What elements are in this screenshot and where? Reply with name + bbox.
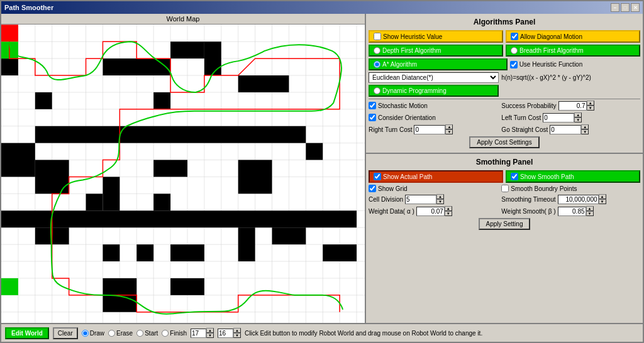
success-prob-spin-buttons: ▲ ▼ (587, 101, 594, 111)
cell-division-down[interactable]: ▼ (436, 199, 444, 204)
smooth-row-4: Weight Data( α ) ▲ ▼ Weight Smooth( β ) (369, 206, 640, 216)
maximize-button[interactable]: □ (621, 3, 630, 12)
use-heuristic-label: Use Heuristic Function (519, 61, 583, 68)
success-prob-down[interactable]: ▼ (587, 106, 594, 111)
allow-diagonal-checkbox[interactable] (511, 33, 518, 40)
apply-setting-button[interactable]: Apply Setting (479, 218, 531, 230)
allow-diagonal-button[interactable]: Allow Diagonal Motion (506, 30, 640, 43)
breadth-first-radio[interactable] (511, 47, 518, 54)
edit-world-button[interactable]: Edit World (5, 327, 49, 339)
smoothing-timeout-input[interactable] (558, 195, 599, 204)
smooth-boundary-checkbox[interactable] (501, 185, 509, 192)
world-map-canvas[interactable] (1, 24, 365, 323)
smooth-row-1: Show Actual Path Show Smooth Path (369, 170, 640, 183)
apply-cost-settings-button[interactable]: Apply Cost Settings (469, 136, 539, 148)
orientation-checkbox[interactable] (369, 114, 376, 121)
show-actual-path-button[interactable]: Show Actual Path (369, 170, 503, 183)
minimize-button[interactable]: − (611, 3, 619, 12)
svg-rect-60 (238, 227, 255, 261)
svg-rect-46 (35, 126, 306, 143)
left-turn-input[interactable] (543, 113, 574, 122)
show-smooth-path-checkbox[interactable] (511, 173, 518, 180)
stochastic-checkbox[interactable] (369, 102, 376, 109)
straight-cost-input[interactable] (550, 125, 581, 134)
show-heuristic-button[interactable]: Show Heuristic Value (369, 30, 503, 43)
bottom-input2-up[interactable]: ▲ (233, 328, 241, 333)
svg-rect-40 (103, 58, 170, 75)
world-map-svg (1, 24, 365, 323)
left-turn-container: Left Turn Cost ▲ ▼ (501, 112, 631, 122)
algorithms-panel: Algorithms Panel Show Heuristic Value Al… (366, 14, 643, 154)
dynamic-programming-button[interactable]: Dynamic Programming (369, 85, 499, 97)
finish-radio[interactable] (162, 330, 169, 337)
close-button[interactable]: ✕ (631, 3, 640, 12)
a-star-button[interactable]: A* Algorithm (369, 58, 508, 70)
bottom-input1[interactable] (191, 329, 206, 338)
depth-first-button[interactable]: Depth First Algorithm (369, 45, 503, 57)
straight-cost-down[interactable]: ▼ (581, 129, 589, 134)
start-label: Start (145, 330, 158, 337)
clear-button[interactable]: Clear (53, 327, 78, 339)
start-radio[interactable] (136, 330, 143, 337)
breadth-first-button[interactable]: Breadth First Algorithm (506, 45, 640, 57)
svg-rect-51 (306, 143, 323, 160)
straight-cost-label: Go Straight Cost (501, 126, 548, 133)
right-turn-down[interactable]: ▼ (445, 129, 453, 134)
smoothing-timeout-up[interactable]: ▲ (599, 194, 606, 199)
right-panel: Algorithms Panel Show Heuristic Value Al… (366, 14, 643, 323)
weight-smooth-up[interactable]: ▲ (586, 206, 594, 211)
a-star-label: A* Algorithm (382, 61, 417, 68)
show-grid-label: Show Grid (378, 185, 408, 192)
cell-division-input[interactable] (405, 195, 436, 204)
svg-rect-48 (35, 160, 69, 194)
weight-smooth-down[interactable]: ▼ (586, 211, 594, 216)
weight-data-container: Weight Data( α ) ▲ ▼ (369, 206, 499, 216)
cell-division-up[interactable]: ▲ (436, 194, 444, 199)
weight-smooth-input[interactable] (558, 207, 586, 216)
smoothing-timeout-down[interactable]: ▼ (599, 199, 606, 204)
weight-data-down[interactable]: ▼ (445, 211, 452, 216)
algo-row-5: Dynamic Programming (369, 85, 640, 97)
weight-data-input[interactable] (416, 207, 445, 216)
bottom-input2[interactable] (218, 329, 233, 338)
svg-rect-57 (103, 244, 119, 261)
allow-diagonal-label: Allow Diagonal Motion (520, 33, 582, 40)
cell-division-label: Cell Division (369, 196, 403, 203)
main-content: World Map (1, 14, 643, 323)
success-prob-input[interactable] (558, 101, 587, 111)
weight-data-spinner: ▲ ▼ (416, 206, 452, 216)
left-turn-down[interactable]: ▼ (574, 117, 582, 122)
draw-radio[interactable] (82, 330, 89, 337)
smoothing-timeout-spin-buttons: ▲ ▼ (599, 194, 606, 204)
bottom-input1-down[interactable]: ▼ (206, 333, 214, 338)
show-smooth-path-label: Show Smooth Path (520, 173, 574, 180)
smoothing-timeout-spinner: ▲ ▼ (558, 194, 606, 204)
euclidean-select[interactable]: Euclidean Diatance(*) (369, 72, 499, 83)
weight-data-up[interactable]: ▲ (445, 206, 452, 211)
dynamic-programming-radio[interactable] (374, 87, 380, 94)
show-heuristic-checkbox[interactable] (374, 33, 381, 40)
erase-radio[interactable] (108, 330, 115, 337)
svg-rect-64 (170, 278, 204, 295)
show-actual-path-checkbox[interactable] (374, 173, 381, 180)
a-star-radio[interactable] (374, 61, 380, 68)
show-grid-checkbox[interactable] (369, 185, 376, 192)
bottom-input2-down[interactable]: ▼ (233, 333, 241, 338)
bottom-input1-up[interactable]: ▲ (206, 328, 214, 333)
right-turn-input[interactable] (414, 125, 445, 134)
window-title: Path Smoother (4, 4, 53, 11)
left-turn-up[interactable]: ▲ (574, 112, 582, 117)
straight-cost-up[interactable]: ▲ (581, 124, 589, 129)
right-turn-up[interactable]: ▲ (445, 124, 453, 129)
left-turn-spin-buttons: ▲ ▼ (574, 112, 582, 122)
draw-label: Draw (90, 330, 104, 337)
smooth-boundary-label: Smooth Boundry Points (511, 185, 577, 192)
orientation-container: Consider Orientation (369, 114, 499, 121)
right-turn-spinner: ▲ ▼ (414, 124, 453, 134)
smoothing-timeout-label: Smoothing Timeout (501, 196, 555, 203)
use-heuristic-checkbox[interactable] (510, 61, 518, 68)
svg-rect-44 (153, 92, 170, 109)
success-prob-up[interactable]: ▲ (587, 101, 594, 106)
depth-first-radio[interactable] (374, 47, 380, 54)
show-smooth-path-button[interactable]: Show Smooth Path (506, 170, 640, 183)
